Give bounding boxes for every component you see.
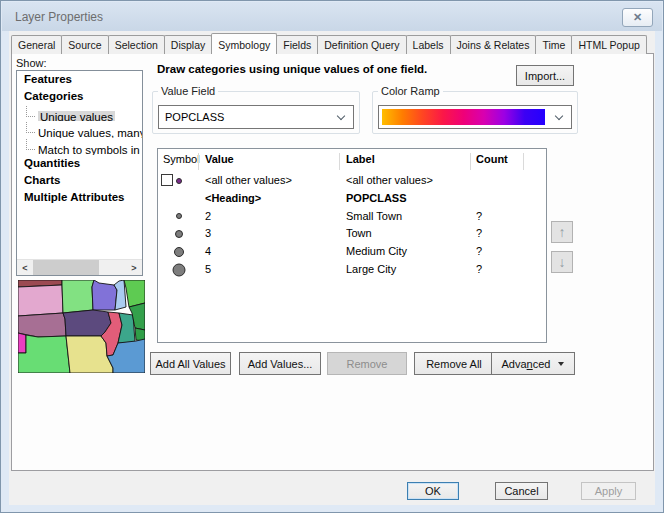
scroll-right-icon[interactable]: > [126, 260, 142, 276]
symbol-cell[interactable] [158, 261, 200, 279]
show-item-label: Unique values [38, 111, 115, 122]
tab-symbology[interactable]: Symbology [211, 33, 277, 54]
show-item-categories[interactable]: Categories [17, 89, 142, 105]
show-method-list: FeaturesCategoriesUnique valuesUnique va… [16, 70, 143, 276]
add-all-values-button[interactable]: Add All Values [150, 352, 231, 375]
tab-selection[interactable]: Selection [108, 35, 165, 54]
show-item-label: Multiple Attributes [24, 191, 125, 203]
symbol-cell[interactable] [158, 208, 200, 226]
show-item-label: Unique values, many [38, 127, 142, 138]
tree-branch-icon [26, 122, 35, 133]
tab-display[interactable]: Display [164, 35, 212, 54]
import-button[interactable]: Import... [516, 65, 574, 86]
titlebar[interactable]: Layer Properties ✕ [2, 2, 662, 31]
label-cell: Medium City [346, 245, 407, 257]
tab-source[interactable]: Source [61, 35, 108, 54]
show-label: Show: [16, 57, 47, 69]
value-row[interactable]: <all other values><all other values> [158, 172, 546, 190]
tab-joins-relates[interactable]: Joins & Relates [450, 35, 537, 54]
value-row[interactable]: 4Medium City? [158, 243, 546, 261]
move-down-button[interactable]: ↓ [551, 251, 573, 273]
chevron-down-icon [337, 112, 345, 120]
show-item-label: Features [24, 73, 72, 85]
dropdown-arrow-icon [558, 362, 564, 366]
show-item-label: Categories [24, 90, 83, 102]
label-cell: <all other values> [346, 174, 433, 186]
close-button[interactable]: ✕ [622, 8, 653, 27]
value-cell: 2 [205, 210, 211, 222]
column-label[interactable]: Label [346, 153, 375, 165]
value-cell: 4 [205, 245, 211, 257]
show-item-unique-values[interactable]: Unique values [17, 106, 142, 122]
point-symbol-icon [175, 230, 183, 238]
column-value[interactable]: Value [205, 153, 234, 165]
scroll-left-icon[interactable]: < [17, 260, 33, 276]
value-row[interactable]: <Heading>POPCLASS [158, 190, 546, 208]
symbol-cell[interactable] [158, 190, 200, 208]
show-item-charts[interactable]: Charts [17, 173, 142, 189]
value-cell: 5 [205, 263, 211, 275]
tab-general[interactable]: General [11, 35, 62, 54]
header-separator [470, 153, 471, 170]
label-cell: POPCLASS [346, 192, 407, 204]
symbol-cell[interactable] [158, 243, 200, 261]
value-row[interactable]: 2Small Town? [158, 208, 546, 226]
value-cell: 3 [205, 227, 211, 239]
show-item-label: Charts [24, 174, 60, 186]
advanced-button[interactable]: Advanced [491, 352, 575, 375]
symbol-cell[interactable] [158, 225, 200, 243]
show-item-unique-values-many[interactable]: Unique values, many [17, 122, 142, 138]
point-symbol-icon [174, 247, 184, 257]
point-symbol-icon [176, 178, 182, 184]
move-up-button[interactable]: ↑ [551, 221, 573, 243]
method-heading: Draw categories using unique values of o… [157, 63, 513, 75]
scrollbar-thumb[interactable] [33, 260, 99, 275]
color-ramp-dropdown[interactable] [378, 105, 572, 129]
unique-values-table: Symbol Value Label Count <all other valu… [157, 148, 547, 343]
horizontal-scrollbar[interactable]: < > [17, 259, 142, 275]
add-values-button[interactable]: Add Values... [239, 352, 321, 375]
apply-button[interactable]: Apply [581, 482, 636, 500]
label-cell: Town [346, 227, 372, 239]
close-icon: ✕ [633, 11, 642, 24]
arrow-down-icon: ↓ [559, 254, 566, 270]
table-rows: <all other values><all other values><Hea… [158, 172, 546, 279]
point-symbol-icon [176, 213, 182, 219]
tree-branch-icon [26, 106, 35, 117]
color-ramp-label: Color Ramp [378, 85, 443, 97]
ok-button[interactable]: OK [407, 482, 459, 500]
tab-strip: GeneralSourceSelectionDisplaySymbologyFi… [11, 33, 653, 54]
show-item-quantities[interactable]: Quantities [17, 156, 142, 172]
remove-button[interactable]: Remove [327, 352, 407, 375]
show-item-features[interactable]: Features [17, 72, 142, 88]
show-item-match-to-symbols-in-a[interactable]: Match to symbols in a [17, 139, 142, 155]
value-field-value: POPCLASS [165, 111, 224, 123]
show-item-multiple-attributes[interactable]: Multiple Attributes [17, 190, 142, 206]
arrow-up-icon: ↑ [559, 224, 566, 240]
symbology-preview-map [18, 280, 145, 373]
window-title: Layer Properties [15, 10, 103, 24]
show-item-label: Match to symbols in a [38, 144, 142, 155]
value-cell: <Heading> [205, 192, 261, 204]
symbol-cell[interactable] [158, 172, 200, 190]
chevron-down-icon [555, 112, 563, 120]
count-cell: ? [476, 263, 482, 275]
tab-fields[interactable]: Fields [276, 35, 318, 54]
column-symbol[interactable]: Symbol [163, 153, 200, 165]
all-other-values-checkbox[interactable] [161, 174, 173, 186]
remove-all-button[interactable]: Remove All [414, 352, 494, 375]
column-count[interactable]: Count [476, 153, 508, 165]
value-field-dropdown[interactable]: POPCLASS [158, 105, 354, 129]
header-separator [339, 153, 340, 170]
tab-labels[interactable]: Labels [406, 35, 451, 54]
tab-definition-query[interactable]: Definition Query [317, 35, 406, 54]
value-row[interactable]: 5Large City? [158, 261, 546, 279]
tab-time[interactable]: Time [535, 35, 572, 54]
tab-html-popup[interactable]: HTML Popup [571, 35, 646, 54]
cancel-button[interactable]: Cancel [495, 482, 548, 500]
color-ramp-gradient [382, 109, 545, 125]
symbology-tab-page: Show: FeaturesCategoriesUnique valuesUni… [11, 53, 654, 471]
label-cell: Small Town [346, 210, 402, 222]
value-row[interactable]: 3Town? [158, 225, 546, 243]
label-cell: Large City [346, 263, 396, 275]
